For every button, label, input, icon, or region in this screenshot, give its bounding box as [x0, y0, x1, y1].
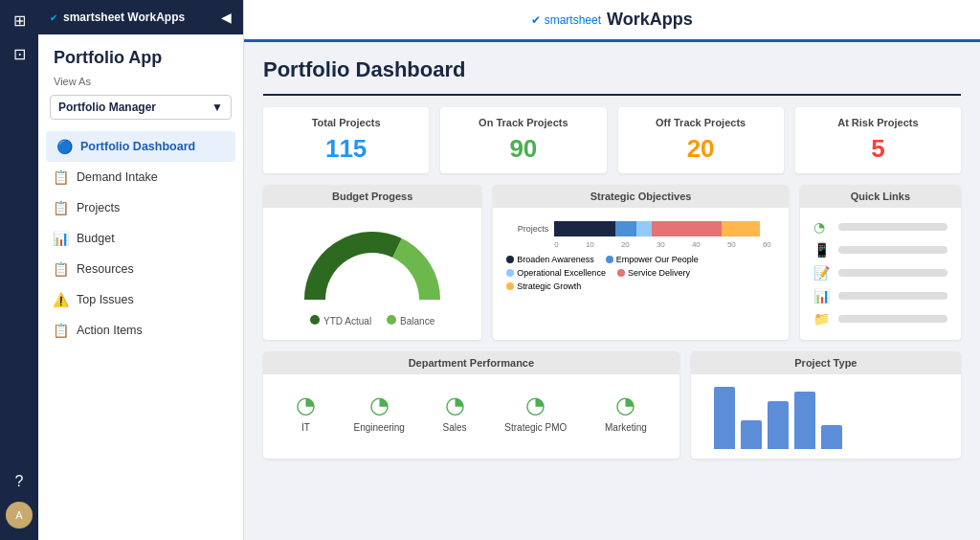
legend-balance: Balance: [387, 315, 434, 326]
proj-bar-5: [821, 425, 842, 449]
proj-bar-2: [741, 420, 762, 449]
collapse-button[interactable]: ◀: [221, 10, 232, 25]
sidebar-item-demand-intake[interactable]: 📋 Demand Intake: [38, 162, 243, 192]
quick-link-icon-5: 📁: [813, 311, 831, 326]
quick-link-icon-2: 📱: [813, 242, 831, 258]
sidebar-item-label: Top Issues: [77, 293, 134, 306]
quick-links-title: Quick Links: [800, 185, 961, 208]
dept-sales-icon: ◔: [445, 392, 465, 418]
smartsheet-checkmark: ✔: [50, 12, 57, 23]
sidebar-item-projects[interactable]: 📋 Projects: [38, 192, 243, 223]
quick-link-5[interactable]: 📁: [813, 311, 947, 326]
charts-row: Budget Progess YTD Actual Balance: [263, 185, 961, 340]
sidebar-item-action-items[interactable]: 📋 Action Items: [38, 315, 243, 346]
proj-bar-3: [768, 401, 789, 449]
title-divider: [263, 94, 961, 96]
legend-ytd: YTD Actual: [310, 315, 371, 326]
sidebar-item-resources[interactable]: 📋 Resources: [38, 254, 243, 284]
strategic-chart-card: Strategic Objectives Projects: [493, 185, 788, 340]
stat-value-total: 115: [277, 134, 415, 164]
demand-icon: 📋: [52, 169, 69, 185]
legend-growth-dot: [506, 282, 514, 290]
legend-empower-dot: [606, 256, 613, 263]
legend-broaden-label: Broaden Awareness: [517, 255, 593, 264]
budget-icon: 📊: [52, 231, 69, 246]
home-icon[interactable]: ⊞: [13, 11, 26, 30]
stat-value-on-track: 90: [454, 134, 592, 164]
dept-card: Department Performance ◔ IT ◔ Engineerin…: [263, 351, 679, 459]
dept-engineering-icon: ◔: [369, 392, 390, 418]
project-type-title: Project Type: [691, 351, 961, 374]
issues-icon: ⚠️: [52, 292, 69, 307]
legend-operational-dot: [506, 269, 514, 277]
bar-operational: [636, 221, 652, 236]
proj-bar-1: [714, 387, 735, 449]
legend-growth-label: Strategic Growth: [517, 281, 581, 291]
view-as-value: Portfolio Manager: [58, 101, 156, 114]
app-title: Portfolio App: [38, 34, 243, 72]
legend-operational: Operational Excellence: [506, 268, 606, 278]
bottom-row: Department Performance ◔ IT ◔ Engineerin…: [263, 351, 961, 459]
projects-icon: 📋: [52, 200, 69, 215]
grid-icon[interactable]: ⊡: [13, 45, 26, 63]
sidebar-item-top-issues[interactable]: ⚠️ Top Issues: [38, 284, 243, 315]
quick-link-bar-1: [838, 223, 947, 231]
budget-chart-card: Budget Progess YTD Actual Balance: [263, 185, 481, 340]
legend-operational-label: Operational Excellence: [517, 268, 606, 278]
topbar-brand: ✔ smartsheet WorkApps: [531, 10, 692, 30]
actions-icon: 📋: [52, 323, 69, 338]
resources-icon: 📋: [52, 261, 69, 277]
dashboard-icon: 🔵: [56, 139, 73, 154]
x-axis: 0 10 20 30 40 50 60: [510, 240, 770, 249]
dept-icons-row: ◔ IT ◔ Engineering ◔ Sales ◔ Strategic P…: [277, 382, 666, 439]
quick-link-2[interactable]: 📱: [813, 242, 947, 258]
bar-service: [652, 221, 721, 236]
quick-link-4[interactable]: 📊: [813, 288, 947, 304]
legend-empower: Empower Our People: [606, 255, 699, 264]
nav-items: 🔵 Portfolio Dashboard 📋 Demand Intake 📋 …: [38, 127, 243, 349]
stat-label-off-track: Off Track Projects: [632, 117, 770, 128]
quick-link-icon-3: 📝: [813, 265, 831, 281]
sidebar-item-budget[interactable]: 📊 Budget: [38, 223, 243, 254]
dept-sales-label: Sales: [443, 422, 467, 433]
quick-link-1[interactable]: ◔: [813, 219, 947, 235]
quick-link-icon-1: ◔: [813, 219, 831, 235]
bar-chart-container: Projects 0 10 20: [506, 221, 774, 249]
bar-strategic: [722, 221, 761, 236]
bar-broaden: [554, 221, 614, 236]
topbar-checkmark: ✔ smartsheet: [531, 13, 601, 27]
dept-card-title: Department Performance: [263, 351, 679, 374]
sidebar-item-label: Resources: [77, 262, 134, 276]
quick-link-icon-4: 📊: [813, 288, 831, 304]
bar-row-label: Projects: [510, 224, 548, 234]
view-as-label: View As: [38, 72, 243, 91]
dept-engineering: ◔ Engineering: [354, 392, 405, 433]
strategic-legend: Broaden Awareness Empower Our People Ope…: [506, 255, 774, 291]
sidebar-item-label: Demand Intake: [77, 170, 158, 184]
dept-sales: ◔ Sales: [443, 392, 467, 433]
avatar[interactable]: A: [6, 502, 33, 529]
bar-track: [554, 221, 770, 236]
view-as-select[interactable]: Portfolio Manager ▼: [50, 95, 232, 120]
quick-link-3[interactable]: 📝: [813, 265, 947, 281]
bar-row-projects: Projects: [510, 221, 770, 236]
stat-label-at-risk: At Risk Projects: [809, 117, 947, 128]
gauge-container: YTD Actual Balance: [277, 215, 468, 330]
legend-broaden-dot: [506, 256, 514, 263]
sidebar-item-label: Portfolio Dashboard: [80, 140, 195, 153]
question-icon[interactable]: ?: [15, 473, 24, 490]
stat-label-total: Total Projects: [277, 117, 415, 128]
stat-card-on-track: On Track Projects 90: [440, 107, 606, 173]
dashboard-title: Portfolio Dashboard: [263, 57, 961, 82]
quick-link-bar-4: [838, 292, 947, 300]
sidebar-item-portfolio-dashboard[interactable]: 🔵 Portfolio Dashboard: [46, 131, 235, 162]
quick-links-card: Quick Links ◔ 📱 📝 📊: [800, 185, 961, 340]
dept-marketing-icon: ◔: [615, 392, 635, 418]
sidebar-item-label: Projects: [77, 201, 120, 214]
dept-marketing-label: Marketing: [605, 422, 647, 433]
legend-empower-label: Empower Our People: [616, 255, 699, 264]
project-type-card: Project Type: [691, 351, 961, 459]
topbar-brand-name: WorkApps: [607, 10, 693, 30]
budget-chart-title: Budget Progess: [263, 185, 481, 208]
strategic-chart: Projects 0 10 20: [506, 215, 774, 297]
